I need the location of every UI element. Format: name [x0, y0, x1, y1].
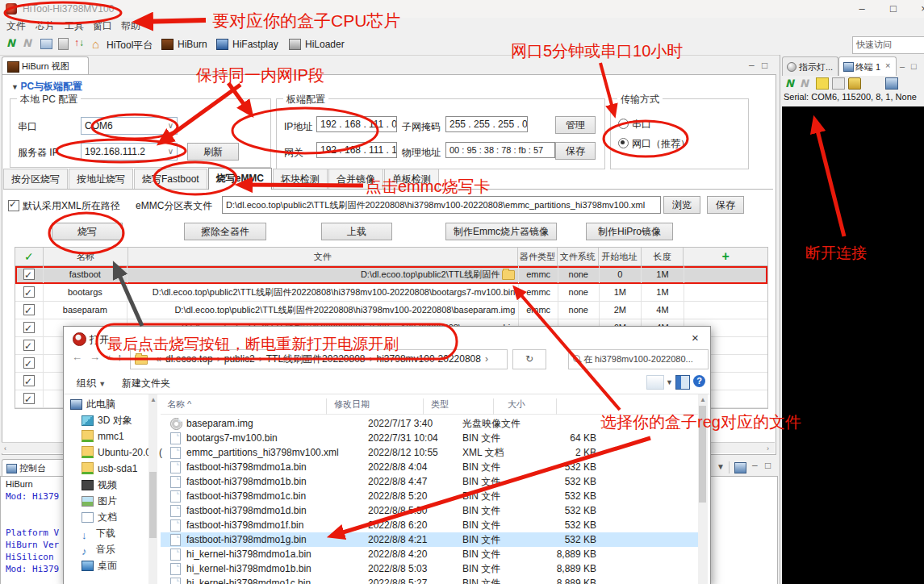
file-row[interactable]: fastboot-hi3798mdmo1d.bin2022/8/8 5:50BI… [161, 503, 700, 518]
make-emmc-image-button[interactable]: 制作Emmc烧片器镜像 [445, 223, 557, 240]
close-icon[interactable]: × [912, 2, 924, 16]
file-scrollbar-thumb[interactable] [699, 406, 706, 503]
view-mode-icon[interactable] [646, 375, 664, 390]
row-checkbox[interactable] [23, 286, 35, 298]
table-row[interactable]: baseparamD:\dl.ecoo.top\public2\TTL线刷固件2… [15, 302, 767, 319]
transfer-icon[interactable] [74, 37, 87, 50]
view-minimize-icon[interactable]: – [749, 60, 755, 71]
board-save-button[interactable]: 保存 [555, 142, 596, 160]
file-column-header[interactable]: 类型 [431, 398, 449, 411]
row-checkbox-cell[interactable] [15, 337, 44, 354]
server-ip-select[interactable]: 192.168.111.2 [81, 143, 178, 161]
file-row[interactable]: fastboot-hi3798mdmo1c.bin2022/8/8 5:20BI… [161, 489, 700, 503]
breadcrumb-chevron-icon[interactable]: › [481, 353, 492, 365]
column-header-4[interactable]: 文件系统 [558, 248, 599, 265]
preview-pane-icon[interactable] [675, 375, 690, 390]
menu-item-3[interactable]: 工具 [65, 19, 84, 33]
dialog-close-icon[interactable]: × [692, 331, 699, 344]
row-checkbox[interactable] [23, 357, 35, 369]
row-checkbox[interactable] [23, 340, 35, 351]
row-checkbox[interactable] [23, 322, 35, 333]
xml-path-checkbox[interactable] [8, 200, 19, 211]
board-ip-field[interactable]: 192 . 168 . 111 . 0 [316, 116, 397, 132]
toolbar-button-hiloader[interactable]: HiLoader [305, 39, 345, 50]
tab-2[interactable]: 按地址烧写 [69, 169, 133, 189]
plug-icon[interactable] [58, 38, 69, 50]
mac-field[interactable]: 00 : 95 : 38 : 78 : fb : 57 [445, 142, 555, 158]
burn-button[interactable]: 烧写 [52, 223, 123, 240]
scroll-right-icon[interactable]: › [767, 444, 769, 453]
file-row[interactable]: fastboot-hi3798mdmo1a.bin2022/8/8 4:04BI… [161, 460, 700, 474]
pc-edit-icon[interactable] [40, 39, 52, 49]
gateway-field[interactable]: 192 . 168 . 111 . 1 [316, 142, 397, 158]
breadcrumb[interactable]: «dl.ecoo.top›public2›TTL线刷固件20220808›hi3… [130, 349, 508, 369]
sidebar-item[interactable]: 此电脑 [70, 398, 159, 414]
row-checkbox[interactable] [23, 269, 35, 280]
quick-access-input[interactable]: 快速访问 [852, 36, 924, 54]
file-column-header[interactable]: 大小 [508, 398, 525, 411]
column-header-2[interactable]: 文件 [128, 248, 518, 265]
console-menu-icon[interactable]: ▼ [717, 462, 725, 471]
xml-save-button[interactable]: 保存 [707, 196, 744, 214]
column-header-6[interactable]: 长度 [642, 248, 684, 265]
open-console-icon[interactable] [734, 462, 746, 473]
scrollbar-thumb[interactable] [149, 472, 157, 538]
column-header-1[interactable]: 名称 [44, 248, 128, 265]
refresh-icon[interactable]: ↻ [512, 349, 546, 369]
tab-3[interactable]: 烧写Fastboot [134, 169, 207, 189]
file-row[interactable]: hi_kernel-hi3798mdmo1a.bin2022/8/8 4:20B… [161, 547, 700, 561]
menu-item-2[interactable]: 芯片 [36, 19, 55, 33]
minimize-icon[interactable]: – [850, 2, 874, 16]
row-checkbox[interactable] [23, 304, 35, 315]
file-scrollbar[interactable]: ▲ [698, 394, 708, 584]
breadcrumb-segment[interactable]: TTL线刷固件20220808 [266, 353, 366, 365]
serial-radio-label[interactable]: 串口 [632, 118, 651, 131]
tab-indicator[interactable]: 指示灯... [782, 56, 838, 76]
tab-4[interactable]: 烧写eMMC [208, 168, 272, 190]
column-header-5[interactable]: 开始地址 [599, 248, 642, 265]
make-hipro-image-button[interactable]: 制作HiPro镜像 [586, 223, 673, 240]
file-row[interactable]: bootargs7-mv100.bin2022/7/31 10:04BIN 文件… [161, 431, 700, 445]
emmc-table-path-input[interactable]: D:\dl.ecoo.top\public2\TTL线刷固件20220808\h… [222, 196, 661, 214]
erase-all-button[interactable]: 擦除全器件 [184, 223, 266, 240]
terminal-screen[interactable] [782, 106, 924, 584]
add-row-icon[interactable] [684, 248, 767, 265]
file-row[interactable]: baseparam.img2022/7/17 3:40光盘映像文件 [161, 416, 700, 431]
breadcrumb-segment[interactable]: dl.ecoo.top [165, 353, 213, 365]
disconnect-icon[interactable] [23, 37, 36, 50]
row-checkbox[interactable] [23, 375, 35, 386]
search-input[interactable]: 在 hi3798mv100-2022080... [568, 349, 709, 369]
file-row[interactable]: fastboot-hi3798mdmo1g.bin2022/8/8 4:21BI… [161, 532, 700, 547]
file-column-header[interactable]: 名称 ^ [167, 398, 191, 411]
tab-close-icon[interactable]: × [885, 60, 890, 70]
upload-button[interactable]: 上载 [321, 223, 392, 240]
panel-maximize-icon[interactable]: □ [911, 61, 917, 71]
file-scroll-up-icon[interactable]: ▲ [700, 396, 706, 403]
manage-button[interactable]: 管理 [555, 116, 596, 134]
help-icon[interactable]: ? [693, 375, 705, 387]
file-row[interactable]: fastboot-hi3798mdmo1f.bin2022/8/8 6:20BI… [161, 518, 700, 532]
toolbar-button-hifastplay[interactable]: HiFastplay [232, 39, 278, 50]
row-checkbox-cell[interactable] [15, 319, 44, 336]
serial-port-select[interactable]: COM6 [81, 117, 178, 135]
tab-console[interactable]: 控制台 [2, 459, 66, 477]
console-maximize-icon[interactable]: □ [765, 460, 771, 471]
row-checkbox-cell[interactable] [15, 355, 44, 372]
check-all-icon[interactable] [15, 248, 44, 265]
view-maximize-icon[interactable]: □ [762, 60, 767, 71]
tab-hiburn-view[interactable]: HiBurn 视图 [2, 56, 89, 76]
file-row[interactable]: hi_kernel-hi3798mdmo1c.bin2022/8/8 5:27B… [161, 576, 700, 584]
table-row[interactable]: fastbootD:\dl.ecoo.top\public2\TTL线刷固件em… [15, 266, 767, 284]
menu-item-1[interactable]: 文件 [6, 19, 26, 33]
sidebar-scrollbar[interactable]: ▲ [148, 394, 157, 584]
terminal-disconnect-icon[interactable] [800, 77, 811, 88]
tab-terminal-1[interactable]: 终端 1 × [838, 56, 897, 76]
file-row[interactable]: fastboot-hi3798mdmo1b.bin2022/8/8 4:47BI… [161, 474, 700, 489]
menu-item-5[interactable]: 帮助 [121, 19, 140, 33]
recent-locations-icon[interactable]: ∨ [106, 353, 111, 361]
serial-radio[interactable] [618, 119, 629, 129]
back-icon[interactable]: ← [72, 351, 82, 363]
terminal-connect-icon[interactable] [785, 77, 796, 88]
table-row[interactable]: bootargsD:\dl.ecoo.top\public2\TTL线刷固件20… [15, 284, 767, 302]
refresh-button[interactable]: 刷新 [187, 143, 239, 161]
